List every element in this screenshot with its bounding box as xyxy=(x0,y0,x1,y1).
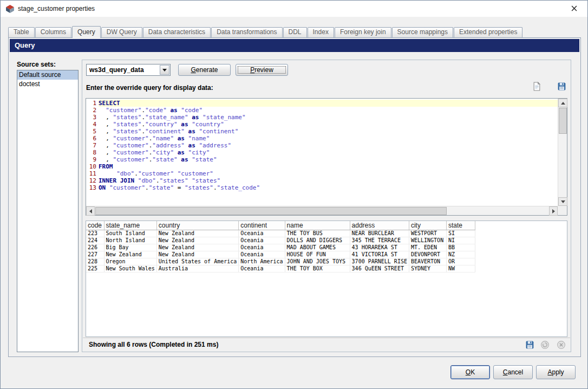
refresh-icon xyxy=(540,340,550,349)
ok-button[interactable]: OK xyxy=(450,365,490,379)
editor-vertical-scrollbar[interactable] xyxy=(558,99,567,206)
column-header-continent[interactable]: continent xyxy=(239,221,285,230)
scroll-up-button[interactable] xyxy=(558,99,567,107)
table-row[interactable]: 227New ZealandNew ZealandOceaniaHOUSE OF… xyxy=(86,251,475,258)
line-number: 9 xyxy=(86,156,99,163)
generate-button[interactable]: Generate xyxy=(178,64,231,76)
status-text: Showing all 6 rows (Completed in 251 ms) xyxy=(89,338,218,352)
table-cell: OR xyxy=(446,258,475,265)
column-header-address[interactable]: address xyxy=(350,221,409,230)
sql-editor[interactable]: 12345678910111213 SELECT "customer"."cod… xyxy=(86,98,567,216)
dialog-window: stage_customer properties TableColumnsQu… xyxy=(0,0,588,389)
line-number: 5 xyxy=(86,128,99,135)
code-line[interactable]: , "states"."continent" as "continent" xyxy=(99,128,558,135)
tab-table[interactable]: Table xyxy=(8,27,35,37)
editor-horizontal-scrollbar[interactable] xyxy=(86,206,558,215)
code-line[interactable]: "customer"."code" as "code" xyxy=(99,107,558,114)
cancel-button[interactable]: Cancel xyxy=(493,365,533,379)
cancel-query-icon xyxy=(557,340,566,349)
tab-dw-query[interactable]: DW Query xyxy=(101,27,142,37)
tab-foreign-key-join[interactable]: Foreign key join xyxy=(335,27,391,37)
scroll-left-button[interactable] xyxy=(86,206,95,216)
column-header-state-name[interactable]: state_name xyxy=(104,221,156,230)
table-cell: South Island xyxy=(104,230,156,237)
tab-source-mappings[interactable]: Source mappings xyxy=(392,27,453,37)
vertical-scroll-thumb[interactable] xyxy=(559,108,567,134)
table-cell: 223 xyxy=(86,230,104,237)
table-cell: United States of America xyxy=(156,258,239,265)
table-cell: Oregon xyxy=(104,258,156,265)
horizontal-scroll-thumb[interactable] xyxy=(95,207,447,215)
code-line[interactable]: ON "customer"."state" = "states"."state_… xyxy=(99,184,558,191)
table-cell: Australia xyxy=(156,265,239,273)
tab-columns[interactable]: Columns xyxy=(35,27,71,37)
scroll-right-button[interactable] xyxy=(549,206,558,216)
table-cell: NI xyxy=(446,237,475,244)
code-line[interactable]: INNER JOIN "dbo"."states" "states" xyxy=(99,177,558,184)
code-line[interactable]: , "customer"."state" as "state" xyxy=(99,156,558,163)
table-row[interactable]: 228OregonUnited States of AmericaNorth A… xyxy=(86,258,475,265)
tab-index[interactable]: Index xyxy=(308,27,334,37)
column-header-city[interactable]: city xyxy=(409,221,446,230)
table-cell: North America xyxy=(239,258,285,265)
table-cell: New South Wales xyxy=(104,265,156,273)
editor-code[interactable]: SELECT "customer"."code" as "code" , "st… xyxy=(99,99,558,206)
query-toolbar: ws3d_query_data Generate Preview xyxy=(86,64,567,76)
line-number: 11 xyxy=(86,170,99,177)
table-cell: Oceania xyxy=(239,251,285,258)
tab-data-transformations[interactable]: Data transformations xyxy=(211,27,282,37)
override-query-label: Enter the override query for display dat… xyxy=(86,84,213,92)
table-row[interactable]: 223South IslandNew ZealandOceaniaTHE TOY… xyxy=(86,230,475,237)
column-header-name[interactable]: name xyxy=(285,221,350,230)
triangle-right-icon xyxy=(552,209,555,213)
preview-button[interactable]: Preview xyxy=(236,64,288,76)
table-row[interactable]: 224North IslandNew ZealandOceaniaDOLLS A… xyxy=(86,237,475,244)
save-results-icon[interactable] xyxy=(525,340,534,349)
section-title: Query xyxy=(15,41,35,49)
query-main-panel: ws3d_query_data Generate Preview Enter t… xyxy=(82,60,571,352)
table-cell: HOUSE OF FUN xyxy=(285,251,350,258)
code-line[interactable]: , "customer"."address" as "address" xyxy=(99,142,558,149)
apply-button[interactable]: Apply xyxy=(536,365,576,379)
tab-ddl[interactable]: DDL xyxy=(283,27,307,37)
tab-content-panel: Query Source sets: Default sourcedoctest… xyxy=(8,37,581,357)
line-number: 12 xyxy=(86,177,99,184)
code-line[interactable]: , "states"."state_name" as "state_name" xyxy=(99,114,558,121)
table-row[interactable]: 225New South WalesAustraliaOceaniaTHE TO… xyxy=(86,265,475,273)
results-grid[interactable]: codestate_namecountrycontinentnameaddres… xyxy=(86,221,567,337)
source-set-item-doctest[interactable]: doctest xyxy=(17,80,78,89)
splitter[interactable] xyxy=(86,216,567,220)
code-line[interactable]: , "states"."country" as "country" xyxy=(99,121,558,128)
column-header-code[interactable]: code xyxy=(86,221,104,230)
dataset-combo[interactable]: ws3d_query_data xyxy=(86,64,171,76)
save-query-icon[interactable] xyxy=(557,82,566,91)
table-cell: Big Bay xyxy=(104,244,156,251)
table-cell: SI xyxy=(446,230,475,237)
triangle-up-icon xyxy=(561,102,565,105)
source-sets-list[interactable]: Default sourcedoctest xyxy=(17,70,79,352)
code-line[interactable]: , "customer"."city" as "city" xyxy=(99,149,558,156)
code-line[interactable]: FROM xyxy=(99,163,558,170)
table-cell: MAD ABOUT GAMES xyxy=(285,244,350,251)
line-number: 1 xyxy=(86,100,99,107)
combo-dropdown-button[interactable] xyxy=(160,65,169,75)
code-line[interactable]: SELECT xyxy=(99,100,558,107)
close-button[interactable] xyxy=(562,1,586,17)
column-header-country[interactable]: country xyxy=(156,221,239,230)
scroll-down-button[interactable] xyxy=(558,197,567,206)
table-cell: NW xyxy=(446,265,475,273)
table-row[interactable]: 226Big BayNew ZealandOceaniaMAD ABOUT GA… xyxy=(86,244,475,251)
new-query-icon[interactable] xyxy=(532,82,541,91)
line-number: 10 xyxy=(86,163,99,170)
column-header-state[interactable]: state xyxy=(446,221,475,230)
code-line[interactable]: , "customer"."name" as "name" xyxy=(99,135,558,142)
code-line[interactable]: "dbo"."customer" "customer" xyxy=(99,170,558,177)
table-cell: 346 QuEEN STREET xyxy=(350,265,409,273)
tab-data-characteristics[interactable]: Data characteristics xyxy=(143,27,211,37)
results-table: codestate_namecountrycontinentnameaddres… xyxy=(86,221,475,273)
tab-extended-properties[interactable]: Extended properties xyxy=(454,27,522,37)
tab-query[interactable]: Query xyxy=(72,26,101,38)
source-set-item-default-source[interactable]: Default source xyxy=(17,70,78,80)
table-cell: Oceania xyxy=(239,244,285,251)
window-title: stage_customer properties xyxy=(18,1,95,17)
